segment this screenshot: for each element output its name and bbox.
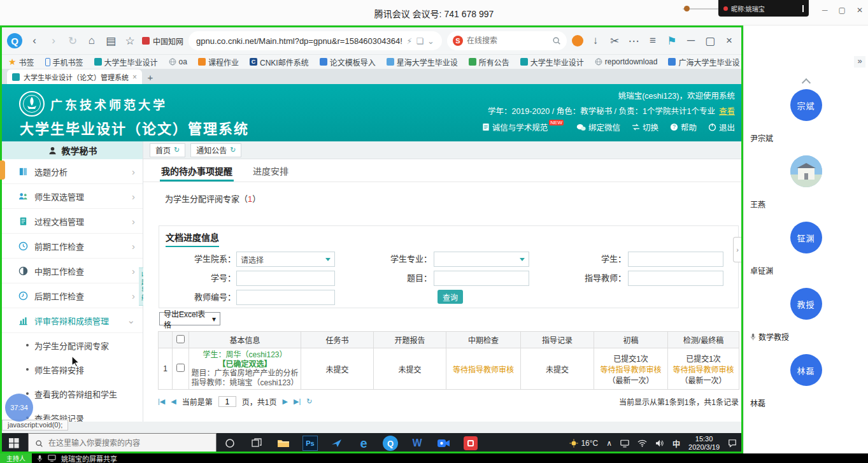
sidebar-item-early-check[interactable]: 前期工作检查 › (2, 234, 143, 259)
cortana-button[interactable] (217, 433, 243, 453)
magnifier-icon[interactable] (552, 36, 561, 45)
speed-mode-icon[interactable]: ⚡ (406, 36, 412, 46)
browser-tab[interactable]: 大学生毕业设计（论文）管理系统 × (7, 69, 142, 84)
task-view-button[interactable] (243, 433, 270, 453)
todo-assign-reviewers-link[interactable]: 为学生分配评阅专家（1） (165, 192, 260, 204)
sidebar-item-topic-analysis[interactable]: 选题分析 › (2, 159, 143, 184)
participant-tile[interactable]: 林磊 林磊 (744, 353, 868, 419)
browser-close-icon[interactable]: × (722, 34, 736, 47)
bind-wechat-link[interactable]: 绑定微信 (576, 121, 620, 133)
minimize-icon[interactable]: ─ (822, 6, 828, 15)
title-input[interactable] (434, 271, 529, 286)
tab-progress-schedule[interactable]: 进度安排 (252, 159, 290, 182)
bookmark-item[interactable]: 大学生毕业设计 (520, 57, 584, 68)
bookmark-item[interactable]: 所有公告 (469, 57, 509, 68)
favorite-star-icon[interactable]: ☆ (123, 34, 137, 48)
slider-knob[interactable] (684, 6, 690, 11)
browser-maximize-icon[interactable]: ▢ (703, 34, 717, 48)
new-tab-button[interactable]: + (142, 72, 159, 84)
browser-side-flag[interactable] (0, 160, 5, 180)
menu-icon[interactable]: ≡ (646, 34, 660, 47)
screenshot-scissors-icon[interactable]: ✂ (608, 34, 622, 48)
back-icon[interactable]: ‹ (27, 34, 41, 47)
mic-icon[interactable] (37, 455, 43, 462)
close-icon[interactable]: ✕ (857, 6, 863, 15)
view-link[interactable]: 查看 (719, 107, 735, 116)
browser-logo-icon[interactable]: Q (7, 33, 22, 48)
bookmark-item[interactable]: oa (169, 57, 187, 66)
sidebar-item-late-check[interactable]: 后期工作检查 › (2, 283, 143, 308)
row-checkbox[interactable] (176, 364, 185, 372)
draft-cell[interactable]: 已提交1次 等待指导教师审核 （最新一次） (594, 348, 668, 390)
photoshop-button[interactable]: Ps (297, 433, 324, 453)
start-button[interactable] (0, 433, 28, 453)
bookmark-item[interactable]: 课程作业 (198, 57, 239, 68)
notification-center-icon[interactable] (728, 439, 737, 448)
download-icon[interactable]: ↓ (588, 34, 602, 47)
integrity-link[interactable]: 诚信与学术规范NEW (482, 121, 565, 133)
forward-icon[interactable]: › (46, 34, 60, 47)
refresh-icon[interactable]: ↻ (66, 34, 80, 48)
chevron-down-icon[interactable]: ⌄ (427, 36, 434, 46)
address-bar[interactable]: ⚡ ❏ ⌄ (189, 31, 442, 50)
export-excel-button[interactable]: 导出Excel表格▾ (159, 312, 220, 325)
student-input[interactable] (628, 252, 723, 267)
bookmark-item[interactable]: reportdownload (595, 57, 658, 66)
select-all-checkbox[interactable] (176, 335, 185, 343)
bookmark-item[interactable]: 星海大学生毕业设 (387, 57, 458, 68)
browser-search-box[interactable]: S (447, 31, 567, 50)
tab-home[interactable]: 首页↻ (150, 143, 185, 157)
weather-widget[interactable]: 16°C (569, 439, 598, 448)
tray-expand-chevron[interactable]: ∧ (606, 439, 612, 448)
wps-button[interactable]: W (404, 433, 430, 453)
search-engine-icon[interactable]: S (453, 36, 463, 46)
logout-link[interactable]: 退出 (708, 121, 735, 133)
file-explorer-button[interactable] (270, 433, 297, 453)
meeting-timer-bubble[interactable]: 37:34 (5, 394, 33, 422)
reader-mode-icon[interactable]: ▤ (104, 34, 118, 48)
first-page-icon[interactable]: |◀ (158, 397, 165, 406)
wifi-icon[interactable] (637, 439, 647, 447)
major-select[interactable] (434, 252, 529, 267)
browser-search-input[interactable] (467, 36, 548, 45)
sidebar-subitem-assign-reviewers[interactable]: 为学生分配评阅专家 (2, 333, 143, 357)
tab-close-icon[interactable]: × (132, 73, 137, 82)
student-id-input[interactable] (236, 271, 335, 286)
home-icon[interactable]: ⌂ (85, 34, 99, 47)
panel-expand-handle[interactable]: › (733, 237, 741, 262)
meeting-app-button[interactable] (430, 433, 457, 453)
help-link[interactable]: ? 帮助 (670, 121, 697, 133)
taskbar-clock[interactable]: 15:30 2020/3/19 (688, 435, 720, 452)
page-number-input[interactable] (218, 396, 236, 407)
speaker-icon[interactable] (655, 439, 664, 447)
teacher-id-input[interactable] (236, 290, 335, 305)
bookmark-item[interactable]: 大学生毕业设计 (94, 57, 158, 68)
promo-icon[interactable] (572, 35, 583, 46)
reload-icon[interactable]: ↻ (306, 397, 312, 406)
switch-role-link[interactable]: 切换 (632, 121, 658, 133)
url-input[interactable] (196, 36, 402, 46)
prev-page-icon[interactable]: ◀ (171, 397, 176, 406)
refresh-icon[interactable]: ↻ (230, 146, 236, 154)
bookmark-item[interactable]: 广海大学生毕业设 (668, 57, 739, 68)
tab-todo-reminders[interactable]: 我的待办事项提醒 (160, 159, 234, 182)
qq-browser-button[interactable]: Q (377, 433, 404, 453)
volume-slider[interactable] (683, 6, 723, 12)
participant-tile[interactable]: 宗斌 尹宗斌 (744, 88, 868, 154)
red-app-button[interactable] (457, 433, 484, 453)
more-dots-icon[interactable]: ⋯ (627, 34, 641, 48)
participant-tile[interactable]: 钲渊 卓钲渊 (744, 220, 868, 287)
next-page-icon[interactable]: ▶ (283, 397, 288, 406)
bookmark-item[interactable]: ★书签 (8, 57, 34, 68)
sidebar-item-mutual-selection[interactable]: 师生双选管理 › (2, 184, 143, 209)
page-tools-icon[interactable]: ❏ (416, 36, 423, 46)
sidebar-item-process-documents[interactable]: 过程文档管理 › (2, 209, 143, 234)
final-cell[interactable]: 已提交1次 等待指导教师审核 （最新一次） (668, 348, 739, 390)
participant-tile[interactable]: 教授 数学教授 (744, 287, 868, 353)
sidebar-item-mid-check[interactable]: 中期工作检查 › (2, 259, 143, 283)
bookmark-item[interactable]: 手机书签 (45, 57, 83, 68)
taskbar-search-input[interactable] (48, 439, 189, 448)
maximize-icon[interactable]: ▢ (839, 6, 846, 15)
site-name-chip[interactable]: 中国知网 (142, 36, 183, 46)
last-page-icon[interactable]: ▶| (294, 397, 301, 406)
